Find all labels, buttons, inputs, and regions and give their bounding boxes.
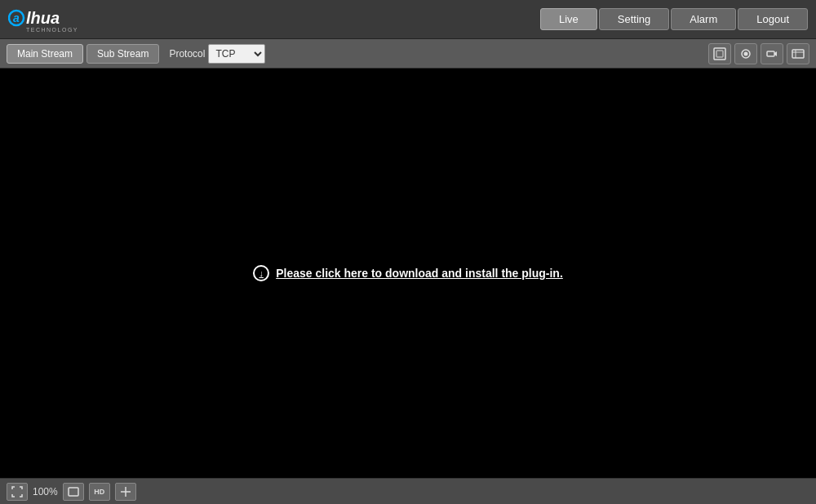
nav-alarm-button[interactable]: Alarm (671, 8, 736, 30)
video-icon-btn[interactable] (787, 43, 809, 64)
plugin-link-text: Please click here to download and instal… (276, 267, 563, 280)
toolbar-right-icons (708, 43, 809, 64)
svg-text:a: a (13, 11, 20, 24)
svg-rect-13 (69, 488, 78, 496)
statusbar: 100% HD (0, 478, 816, 504)
logo-area: a lhua TECHNOLOGY (8, 2, 98, 36)
protocol-select[interactable]: TCP UDP RTP (208, 44, 265, 64)
svg-text:TECHNOLOGY: TECHNOLOGY (26, 27, 78, 33)
logo: a lhua TECHNOLOGY (8, 2, 98, 36)
protocol-label: Protocol (169, 48, 205, 60)
download-icon: ↓ (253, 265, 269, 281)
header: a lhua TECHNOLOGY Live Setting Alarm Log… (0, 0, 816, 39)
nav-logout-button[interactable]: Logout (738, 8, 808, 30)
snapshot-icon-btn[interactable] (734, 43, 757, 64)
aspect-ratio-icon-btn[interactable] (63, 483, 84, 501)
svg-rect-4 (714, 48, 725, 60)
toolbar: Main Stream Sub Stream Protocol TCP UDP … (0, 39, 816, 69)
sub-stream-button[interactable]: Sub Stream (86, 44, 159, 64)
svg-rect-8 (767, 51, 774, 56)
main-stream-button[interactable]: Main Stream (7, 44, 83, 64)
nav-setting-button[interactable]: Setting (599, 8, 669, 30)
fullscreen-icon-btn[interactable] (708, 43, 731, 64)
svg-point-7 (744, 51, 748, 55)
nav-live-button[interactable]: Live (540, 8, 597, 30)
video-area: ↓ Please click here to download and inst… (0, 69, 816, 478)
record-icon-btn[interactable] (761, 43, 783, 64)
zoom-percent: 100% (33, 486, 58, 497)
plugin-download-link[interactable]: ↓ Please click here to download and inst… (253, 265, 563, 281)
expand-icon-btn[interactable] (115, 483, 136, 501)
zoom-fit-icon-btn[interactable] (7, 483, 28, 501)
svg-text:lhua: lhua (26, 9, 60, 27)
svg-rect-10 (792, 50, 804, 58)
nav-buttons: Live Setting Alarm Logout (540, 8, 808, 30)
grid-icon-btn[interactable]: HD (89, 483, 110, 501)
svg-rect-5 (716, 51, 723, 57)
